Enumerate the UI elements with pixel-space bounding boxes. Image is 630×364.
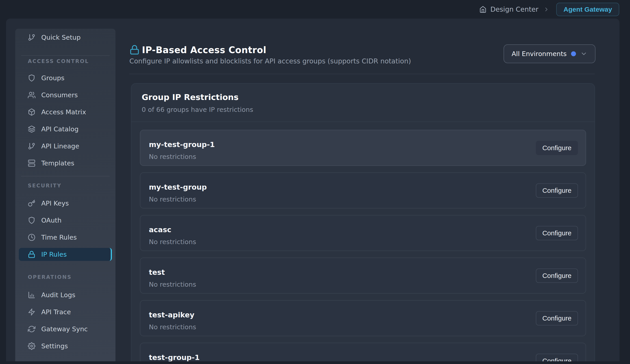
home-icon	[479, 6, 486, 13]
breadcrumb: Design Center Agent Gateway	[479, 3, 619, 16]
group-name: test-apikey	[149, 310, 577, 320]
group-status: No restrictions	[149, 195, 577, 204]
configure-button-test-group-1[interactable]: Configure	[536, 354, 578, 362]
environment-filter-dropdown[interactable]: All Environments	[504, 44, 596, 63]
breadcrumb-agent-gateway-button[interactable]: Agent Gateway	[556, 3, 619, 16]
configure-button-my-test-group[interactable]: Configure	[536, 183, 578, 198]
configure-button-my-test-group-1[interactable]: Configure	[536, 141, 578, 155]
group-name: test	[149, 268, 577, 277]
topbar: Design Center Agent Gateway	[0, 0, 630, 18]
lock-icon	[129, 44, 140, 55]
group-row-my-test-group: my-test-groupNo restrictionsConfigure	[140, 172, 586, 208]
chevron-down-icon	[580, 50, 588, 58]
card-header: Group IP Restrictions 0 of 66 groups hav…	[132, 84, 594, 114]
configure-button-test-apikey[interactable]: Configure	[536, 311, 578, 326]
header-divider	[129, 74, 595, 74]
page-subtitle: Configure IP allowlists and blocklists f…	[129, 57, 411, 65]
page-title: IP-Based Access Control	[142, 45, 266, 55]
breadcrumb-home-label: Design Center	[490, 6, 538, 13]
group-name: acasc	[149, 225, 577, 234]
configure-button-acasc[interactable]: Configure	[536, 226, 578, 240]
configure-button-test[interactable]: Configure	[536, 268, 578, 283]
group-rows: my-test-group-1No restrictionsConfigurem…	[132, 122, 594, 361]
environment-filter-label: All Environments	[512, 50, 566, 58]
group-status: No restrictions	[149, 152, 577, 161]
group-status: No restrictions	[149, 238, 577, 246]
group-row-test: testNo restrictionsConfigure	[140, 258, 586, 294]
card-title: Group IP Restrictions	[142, 92, 584, 102]
group-ip-restrictions-card: Group IP Restrictions 0 of 66 groups hav…	[131, 83, 595, 361]
group-row-test-apikey: test-apikeyNo restrictionsConfigure	[140, 300, 586, 336]
group-status: No restrictions	[149, 323, 577, 331]
group-row-acasc: acascNo restrictionsConfigure	[140, 215, 586, 251]
group-name: my-test-group-1	[149, 140, 577, 149]
group-name: test-group-1	[149, 353, 577, 361]
environment-status-dot	[571, 51, 576, 56]
breadcrumb-design-center[interactable]: Design Center	[479, 6, 538, 13]
card-subtitle: 0 of 66 groups have IP restrictions	[142, 105, 584, 114]
group-row-test-group-1: test-group-1No restrictionsConfigure	[140, 343, 586, 361]
group-name: my-test-group	[149, 183, 577, 192]
group-status: No restrictions	[149, 280, 577, 289]
main-content: IP-Based Access Control Configure IP all…	[6, 18, 620, 361]
chevron-right-icon	[543, 6, 550, 12]
group-row-my-test-group-1: my-test-group-1No restrictionsConfigure	[140, 130, 586, 166]
app-container: Quick SetupACCESS CONTROLGroupsConsumers…	[6, 18, 620, 361]
